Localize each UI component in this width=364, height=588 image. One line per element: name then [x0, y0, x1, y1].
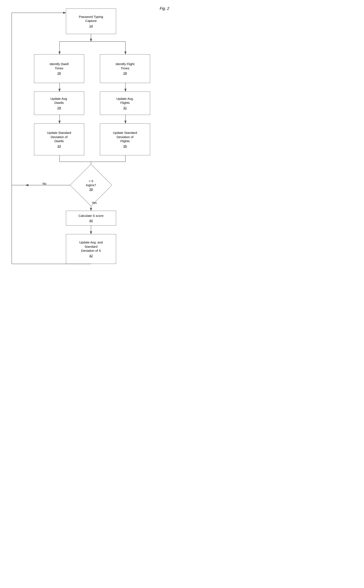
identify-dwell-ref: 26 [57, 71, 61, 75]
calculate-s-ref: 40 [89, 218, 93, 223]
update-std-flights-box: Update StandardDeviation ofFlights 35 [100, 123, 150, 155]
diagram-container: Fig. 2 [0, 0, 182, 294]
update-avg-dwells-ref: 29 [57, 106, 61, 110]
update-avg-s-label: Update Avg. andStandardDeviation of S [79, 240, 103, 253]
update-avg-flights-box: Update Avg.Flights 31 [100, 92, 150, 115]
no-label: No [43, 182, 46, 185]
update-std-dwells-label: Update StandardDeviation ofDwells [47, 131, 71, 143]
identify-flight-ref: 28 [123, 71, 127, 75]
update-avg-flights-label: Update Avg.Flights [116, 97, 134, 105]
update-avg-dwells-label: Update Avg.Dwells [50, 97, 68, 105]
fig-label: Fig. 2 [160, 7, 169, 11]
update-avg-dwells-box: Update Avg.Dwells 29 [34, 92, 84, 115]
logins-diamond-label: > 5logins? [86, 179, 96, 187]
calculate-s-box: Calculate S score 40 [66, 211, 116, 225]
update-std-dwells-ref: 33 [57, 144, 61, 148]
password-capture-box: Password TypingCapture 14 [66, 8, 116, 34]
update-avg-s-ref: 42 [89, 254, 93, 258]
yes-label: Yes [92, 201, 97, 205]
logins-diamond-text: > 5logins? 39 [76, 170, 106, 200]
update-std-flights-ref: 35 [123, 144, 127, 148]
update-avg-s-box: Update Avg. andStandardDeviation of S 42 [66, 234, 116, 264]
identify-dwell-box: Identify DwellTimes 26 [34, 54, 84, 83]
identify-dwell-label: Identify DwellTimes [50, 62, 68, 70]
update-avg-flights-ref: 31 [123, 106, 127, 110]
logins-diamond-ref: 39 [89, 187, 93, 192]
calculate-s-label: Calculate S score [78, 214, 104, 218]
logins-diamond-container: > 5logins? 39 [76, 170, 106, 200]
update-std-dwells-box: Update StandardDeviation ofDwells 33 [34, 123, 84, 155]
password-capture-label: Password TypingCapture [79, 15, 103, 23]
password-capture-ref: 14 [89, 24, 93, 28]
identify-flight-label: Identify FlightTimes [116, 62, 134, 70]
update-std-flights-label: Update StandardDeviation ofFlights [113, 131, 137, 143]
identify-flight-box: Identify FlightTimes 28 [100, 54, 150, 83]
